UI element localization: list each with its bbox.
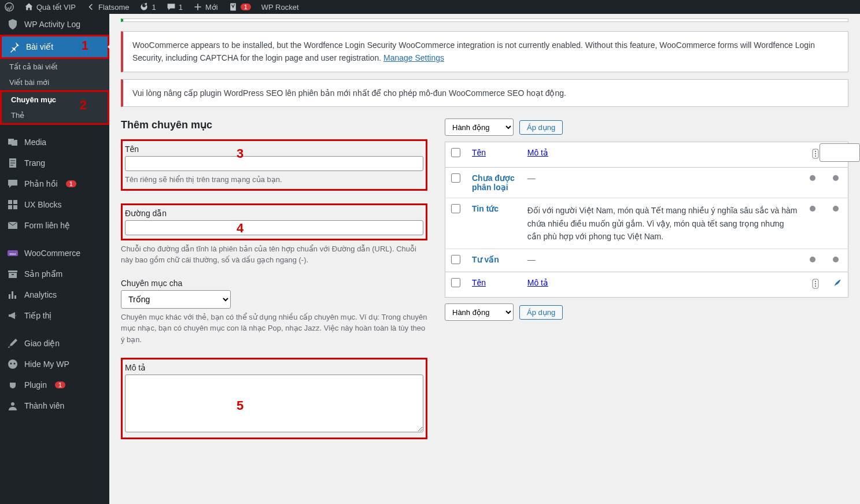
sidebar-item-label: Giao diện bbox=[24, 339, 60, 348]
sidebar-item-forms[interactable]: Form liên hệ bbox=[0, 215, 109, 236]
status-dot-icon bbox=[833, 175, 839, 181]
name-input[interactable] bbox=[125, 156, 423, 171]
sidebar-item-users[interactable]: Thành viên bbox=[0, 395, 109, 416]
slug-input[interactable] bbox=[125, 220, 423, 235]
sidebar-item-label: WooCommerce bbox=[24, 249, 80, 258]
brush-icon bbox=[7, 338, 19, 349]
quill-icon[interactable] bbox=[833, 278, 842, 287]
topbar-comments[interactable]: 1 bbox=[167, 2, 183, 12]
topbar-new[interactable]: Mới bbox=[193, 2, 218, 12]
submenu-new-post[interactable]: Viết bài mới bbox=[0, 75, 109, 90]
svg-point-5 bbox=[10, 363, 12, 365]
row-title-link[interactable]: Chưa được phân loại bbox=[472, 173, 515, 192]
bulk-action-select-top[interactable]: Hành động bbox=[445, 118, 514, 136]
tablenav-top: Hành động Áp dụng bbox=[445, 118, 848, 136]
admin-topbar: Quà tết VIP Flatsome 1 1 Mới 1 WP Rocket bbox=[0, 0, 860, 14]
wordpress-icon bbox=[5, 2, 14, 12]
select-all-checkbox-top[interactable] bbox=[451, 148, 460, 157]
col-footer-desc[interactable]: Mô tả bbox=[527, 278, 548, 287]
status-dot-icon bbox=[810, 175, 815, 181]
svg-point-10 bbox=[815, 153, 816, 154]
sidebar-item-label: Bài viết bbox=[26, 42, 53, 51]
svg-text:woo: woo bbox=[9, 252, 16, 255]
refresh-icon bbox=[139, 2, 149, 12]
sidebar-item-label: Plugin bbox=[24, 380, 47, 390]
sidebar-item-appearance[interactable]: Giao diện bbox=[0, 333, 109, 354]
svg-point-14 bbox=[815, 283, 816, 284]
sidebar-item-comments[interactable]: Phản hồi 1 bbox=[0, 173, 109, 194]
topbar-updates-count: 1 bbox=[152, 3, 156, 12]
sidebar-item-hidemywp[interactable]: Hide My WP bbox=[0, 354, 109, 375]
chevron-left-icon bbox=[86, 2, 95, 12]
sidebar-item-products[interactable]: Sản phẩm bbox=[0, 264, 109, 284]
table-row: Tư vấn— bbox=[445, 249, 848, 272]
row-checkbox[interactable] bbox=[451, 204, 460, 213]
topbar-comments-count: 1 bbox=[179, 3, 183, 12]
notice-green-bar bbox=[121, 18, 848, 22]
bulk-action-select-bottom[interactable]: Hành động bbox=[445, 303, 514, 321]
annotation-3: 3 bbox=[237, 146, 243, 161]
shield-icon bbox=[7, 18, 19, 30]
plus-icon bbox=[193, 2, 202, 12]
mail-icon bbox=[7, 220, 19, 231]
row-checkbox[interactable] bbox=[451, 173, 460, 183]
sidebar-item-label: WP Activity Log bbox=[24, 20, 80, 29]
sidebar-item-label: Thành viên bbox=[24, 401, 64, 410]
desc-textarea[interactable] bbox=[125, 375, 423, 432]
topbar-wprocket[interactable]: WP Rocket bbox=[261, 3, 299, 12]
sidebar-item-pages[interactable]: Trang bbox=[0, 153, 109, 173]
notice-seo: Vui lòng nâng cấp plugin WordPress SEO l… bbox=[121, 79, 848, 107]
annotation-1: 1 bbox=[82, 38, 88, 53]
megaphone-icon bbox=[7, 310, 19, 321]
sidebar-item-media[interactable]: Media bbox=[0, 132, 109, 153]
plug-icon bbox=[7, 379, 19, 391]
svg-point-4 bbox=[8, 360, 17, 369]
form-heading: Thêm chuyên mục bbox=[121, 118, 427, 131]
svg-point-15 bbox=[815, 286, 816, 287]
parent-select[interactable]: Trống bbox=[121, 290, 231, 309]
submenu-tags[interactable]: Thẻ bbox=[2, 108, 108, 123]
annotation-5: 5 bbox=[237, 398, 243, 413]
categories-list-panel: Hành động Áp dụng Tên Mô tả bbox=[445, 118, 848, 452]
table-row: Tin tứcĐối với người Việt Nam, món quà T… bbox=[445, 198, 848, 249]
mask-icon bbox=[7, 358, 19, 370]
col-footer-name[interactable]: Tên bbox=[472, 278, 486, 287]
row-desc: — bbox=[522, 249, 804, 272]
svg-point-11 bbox=[815, 155, 816, 157]
topbar-site-name[interactable]: Quà tết VIP bbox=[24, 2, 76, 12]
sidebar-item-label: Tiếp thị bbox=[24, 311, 52, 320]
user-icon bbox=[7, 400, 19, 412]
svg-point-9 bbox=[815, 151, 816, 152]
notice-wordfence-link[interactable]: Manage Settings bbox=[383, 53, 444, 62]
status-dot-icon bbox=[810, 206, 815, 212]
submenu-categories[interactable]: Chuyên mục bbox=[2, 92, 108, 108]
col-header-name[interactable]: Tên bbox=[472, 148, 486, 157]
sidebar-item-analytics[interactable]: Analytics bbox=[0, 284, 109, 305]
apply-button-bottom[interactable]: Áp dụng bbox=[519, 305, 563, 320]
search-input[interactable] bbox=[820, 143, 860, 162]
notice-seo-text: Vui lòng nâng cấp plugin WordPress SEO l… bbox=[132, 88, 566, 98]
row-title-link[interactable]: Tư vấn bbox=[472, 255, 499, 264]
row-title-link[interactable]: Tin tức bbox=[472, 204, 499, 213]
topbar-wp-logo[interactable] bbox=[5, 2, 14, 12]
topbar-updates[interactable]: 1 bbox=[139, 2, 156, 12]
select-all-checkbox-bottom[interactable] bbox=[451, 278, 460, 287]
archive-icon bbox=[7, 268, 19, 280]
sidebar-item-uxblocks[interactable]: UX Blocks bbox=[0, 194, 109, 215]
sidebar-item-activity-log[interactable]: WP Activity Log bbox=[0, 14, 109, 35]
topbar-yoast[interactable]: 1 bbox=[228, 2, 251, 12]
col-header-desc[interactable]: Mô tả bbox=[527, 148, 548, 157]
sidebar-item-marketing[interactable]: Tiếp thị bbox=[0, 305, 109, 326]
sidebar-item-plugins[interactable]: Plugin 1 bbox=[0, 375, 109, 395]
submenu-all-posts[interactable]: Tất cả bài viết bbox=[0, 59, 109, 75]
apply-button-top[interactable]: Áp dụng bbox=[519, 120, 563, 135]
sidebar-item-woocommerce[interactable]: woo WooCommerce bbox=[0, 243, 109, 264]
sidebar-item-posts[interactable]: Bài viết bbox=[0, 35, 109, 59]
comment-icon bbox=[7, 178, 19, 190]
dots-menu-icon[interactable] bbox=[810, 278, 821, 290]
main-content: WooCommerce appears to be installed, but… bbox=[109, 14, 860, 504]
topbar-theme[interactable]: Flatsome bbox=[86, 2, 129, 12]
topbar-new-label: Mới bbox=[205, 3, 218, 12]
row-checkbox[interactable] bbox=[451, 255, 460, 264]
row-desc: Đối với người Việt Nam, món quà Tết mang… bbox=[522, 198, 804, 249]
